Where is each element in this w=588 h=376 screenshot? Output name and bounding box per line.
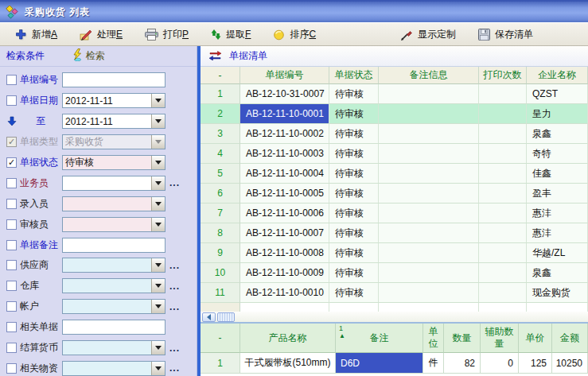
- checkbox-doc-date-from[interactable]: [6, 95, 17, 106]
- search-button[interactable]: 检索: [67, 47, 110, 65]
- cell-code[interactable]: AB-12-11-10-0005: [240, 184, 329, 204]
- checkbox-salesperson[interactable]: [6, 178, 17, 188]
- cell-amount[interactable]: 10250: [552, 353, 588, 374]
- field-supplier-select[interactable]: [62, 258, 165, 273]
- column-header-num[interactable]: -: [201, 324, 240, 353]
- cell-status[interactable]: 待审核: [329, 124, 379, 144]
- cell-note[interactable]: [379, 144, 479, 164]
- cell-product[interactable]: 干式履带板(510mm): [240, 353, 336, 374]
- cell-code[interactable]: AB-12-11-10-0006: [240, 204, 329, 223]
- column-header-note[interactable]: 备注信息: [379, 67, 479, 84]
- cell-unit[interactable]: 件: [423, 353, 444, 374]
- cell-note[interactable]: [379, 184, 479, 204]
- cell-status[interactable]: 待审核: [329, 204, 379, 223]
- cell-company[interactable]: 惠沣: [527, 204, 588, 223]
- cell-prints[interactable]: [479, 144, 527, 164]
- field-doc-remark-input[interactable]: [62, 238, 165, 253]
- dropdown-button[interactable]: [151, 362, 165, 375]
- field-auditor-select[interactable]: [62, 217, 165, 232]
- cell-num[interactable]: 10: [201, 263, 240, 283]
- field-entry-clerk-select[interactable]: [62, 196, 165, 211]
- column-header-amount[interactable]: 金额: [552, 324, 588, 353]
- column-header-unit[interactable]: 单位: [423, 324, 444, 353]
- add-button[interactable]: 新增A: [8, 26, 64, 43]
- lookup-button-warehouse[interactable]: ...: [169, 281, 180, 292]
- cell-num[interactable]: 6: [201, 184, 240, 204]
- dropdown-button[interactable]: [151, 176, 165, 190]
- cell-note[interactable]: [379, 124, 479, 144]
- cell-company[interactable]: 现金购货: [527, 283, 588, 303]
- cell-note[interactable]: [379, 223, 479, 243]
- cell-num[interactable]: 8: [201, 223, 240, 243]
- cell-company[interactable]: 奇特: [527, 144, 588, 164]
- cell-code[interactable]: AB-12-11-10-0008: [240, 243, 329, 263]
- cell-num[interactable]: 5: [201, 164, 240, 184]
- scroll-left-button[interactable]: [202, 312, 216, 322]
- cell-code[interactable]: AB-12-11-10-0007: [240, 223, 329, 243]
- cell-num[interactable]: 11: [201, 283, 240, 303]
- cell-note[interactable]: [379, 164, 479, 184]
- cell-company[interactable]: 华越/ZL: [527, 243, 588, 263]
- cell-note[interactable]: [379, 263, 479, 283]
- cell-prints[interactable]: [479, 184, 527, 204]
- field-account-select[interactable]: [62, 299, 165, 314]
- cell-prints[interactable]: [479, 164, 527, 184]
- cell-status[interactable]: 待审核: [329, 104, 379, 124]
- cell-company[interactable]: 泉鑫: [527, 263, 588, 283]
- cell-status[interactable]: 待审核: [329, 184, 379, 204]
- field-salesperson-select[interactable]: [62, 176, 165, 191]
- cell-code[interactable]: AB-12-11-10-0009: [240, 263, 329, 283]
- sort-button[interactable]: 排序C: [266, 26, 323, 43]
- cell-company[interactable]: 佳鑫: [527, 164, 588, 184]
- dropdown-button[interactable]: [151, 341, 165, 355]
- cell-qty[interactable]: 82: [444, 353, 481, 374]
- checkbox-warehouse[interactable]: [6, 281, 17, 291]
- save-list-button[interactable]: 保存清单: [471, 26, 540, 43]
- dropdown-button[interactable]: [151, 135, 165, 149]
- checkbox-doc-number[interactable]: [6, 75, 17, 85]
- field-related-doc-input[interactable]: [62, 320, 165, 335]
- cell-num[interactable]: 1: [201, 353, 240, 374]
- dropdown-button[interactable]: [151, 156, 165, 169]
- dropdown-button[interactable]: [151, 300, 165, 313]
- extract-button[interactable]: 提取F: [204, 26, 258, 43]
- field-doc-status-select[interactable]: 待审核: [62, 155, 165, 170]
- checkbox-doc-remark[interactable]: [6, 240, 17, 250]
- cell-company[interactable]: 呈力: [527, 104, 588, 124]
- cell-company[interactable]: 泉鑫: [527, 124, 588, 144]
- column-header-price[interactable]: 单价: [519, 324, 552, 353]
- lookup-button-account[interactable]: ...: [169, 301, 180, 312]
- cell-code[interactable]: AB-12-11-10-0001: [240, 104, 329, 124]
- column-header-prints[interactable]: 打印次数: [479, 67, 527, 84]
- column-header-num[interactable]: -: [201, 67, 240, 84]
- cell-prints[interactable]: [479, 104, 527, 124]
- cell-note[interactable]: [379, 243, 479, 263]
- cell-num[interactable]: 7: [201, 204, 240, 223]
- field-doc-number-input[interactable]: [62, 72, 165, 87]
- cell-status[interactable]: 待审核: [329, 84, 379, 104]
- cell-note[interactable]: [379, 283, 479, 303]
- checkbox-related-goods[interactable]: [6, 363, 17, 374]
- field-doc-date-to-select[interactable]: 2012-11-11: [62, 114, 165, 129]
- checkbox-account[interactable]: [6, 301, 17, 312]
- column-header-note[interactable]: 备注1▲: [336, 324, 423, 353]
- cell-num[interactable]: 2: [201, 104, 240, 124]
- dropdown-button[interactable]: [151, 279, 165, 293]
- cell-prints[interactable]: [479, 243, 527, 263]
- cell-prints[interactable]: [479, 223, 527, 243]
- lookup-button-supplier[interactable]: ...: [169, 260, 180, 271]
- dropdown-button[interactable]: [151, 258, 165, 272]
- checkbox-doc-status[interactable]: ✓: [6, 157, 17, 168]
- cell-num[interactable]: 1: [201, 84, 240, 104]
- checkbox-settle-currency[interactable]: [6, 343, 17, 353]
- field-settle-currency-select[interactable]: [62, 340, 165, 355]
- cell-status[interactable]: 待审核: [329, 263, 379, 283]
- cell-num[interactable]: 9: [201, 243, 240, 263]
- column-header-code[interactable]: 单据编号: [240, 67, 329, 84]
- column-header-product[interactable]: 产品名称: [240, 324, 336, 353]
- cell-note[interactable]: [379, 104, 479, 124]
- cell-company[interactable]: QZST: [527, 84, 588, 104]
- print-button[interactable]: 打印P: [138, 26, 196, 43]
- lookup-button-settle-currency[interactable]: ...: [169, 343, 180, 354]
- cell-status[interactable]: 待审核: [329, 144, 379, 164]
